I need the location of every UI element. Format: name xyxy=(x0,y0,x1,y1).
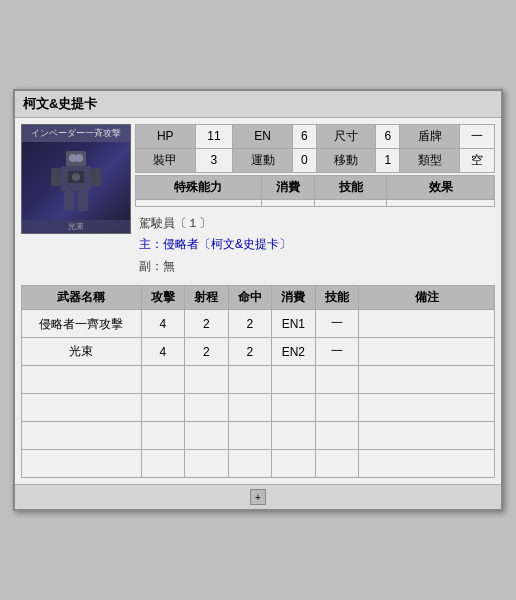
svg-rect-2 xyxy=(51,168,61,186)
weapon-skill-5 xyxy=(315,450,358,478)
en-label: EN xyxy=(233,124,293,148)
weapon-note-3 xyxy=(359,394,495,422)
weapon-header-cost: 消費 xyxy=(272,286,315,310)
mobility-value: 1 xyxy=(376,148,400,172)
weapon-tbody: 侵略者一齊攻擊422EN1一光束422EN2一 xyxy=(22,310,495,478)
weapon-skill-0: 一 xyxy=(315,310,358,338)
weapon-hit-4 xyxy=(228,422,271,450)
driver-info: 駕駛員〔１〕 xyxy=(139,213,491,235)
weapon-note-1 xyxy=(359,338,495,366)
weapon-hit-5 xyxy=(228,450,271,478)
weapon-row-3 xyxy=(22,394,495,422)
weapon-name-4 xyxy=(22,422,142,450)
hp-label: HP xyxy=(136,124,196,148)
weapon-cost-0: EN1 xyxy=(272,310,315,338)
weapon-cost-3 xyxy=(272,394,315,422)
weapon-range-0: 2 xyxy=(185,310,228,338)
weapon-hit-3 xyxy=(228,394,271,422)
weapon-note-4 xyxy=(359,422,495,450)
main-pilot: 主：侵略者〔柯文&史提卡〕 xyxy=(139,234,491,256)
weapon-range-2 xyxy=(185,366,228,394)
weapon-skill-2 xyxy=(315,366,358,394)
weapon-attack-1: 4 xyxy=(141,338,184,366)
weapon-attack-4 xyxy=(141,422,184,450)
type-value: 空 xyxy=(460,148,495,172)
shield-label: 盾牌 xyxy=(400,124,460,148)
top-section: インベーダー一斉攻撃 xyxy=(21,124,495,282)
weapon-attack-0: 4 xyxy=(141,310,184,338)
svg-point-7 xyxy=(75,154,83,162)
weapon-header-skill: 技能 xyxy=(315,286,358,310)
weapon-note-2 xyxy=(359,366,495,394)
shield-value: 一 xyxy=(460,124,495,148)
weapon-name-1: 光束 xyxy=(22,338,142,366)
move-label: 運動 xyxy=(233,148,293,172)
sub-pilot: 副：無 xyxy=(139,256,491,278)
ability-row-1 xyxy=(136,199,495,206)
title-bar: 柯文&史提卡 xyxy=(15,91,501,118)
weapon-name-0: 侵略者一齊攻擊 xyxy=(22,310,142,338)
weapon-cost-5 xyxy=(272,450,315,478)
weapon-range-3 xyxy=(185,394,228,422)
weapon-row-0: 侵略者一齊攻擊422EN1一 xyxy=(22,310,495,338)
ability-skill-1 xyxy=(315,199,387,206)
pilot-section: 駕駛員〔１〕 主：侵略者〔柯文&史提卡〕 副：無 xyxy=(135,209,495,282)
hp-value: 11 xyxy=(195,124,233,148)
ability-name-1 xyxy=(136,199,262,206)
weapon-range-1: 2 xyxy=(185,338,228,366)
weapon-cost-4 xyxy=(272,422,315,450)
weapon-row-1: 光束422EN2一 xyxy=(22,338,495,366)
weapon-cost-1: EN2 xyxy=(272,338,315,366)
svg-rect-3 xyxy=(91,168,101,186)
weapon-hit-0: 2 xyxy=(228,310,271,338)
weapon-skill-4 xyxy=(315,422,358,450)
weapon-attack-2 xyxy=(141,366,184,394)
armor-label: 裝甲 xyxy=(136,148,196,172)
en-value: 6 xyxy=(292,124,316,148)
weapon-range-4 xyxy=(185,422,228,450)
weapon-header-name: 武器名稱 xyxy=(22,286,142,310)
weapon-row-2 xyxy=(22,366,495,394)
size-value: 6 xyxy=(376,124,400,148)
armor-value: 3 xyxy=(195,148,233,172)
card-image-title: インベーダー一斉攻撃 xyxy=(22,125,130,142)
ability-header-name: 特殊能力 xyxy=(136,175,262,199)
weapon-skill-1: 一 xyxy=(315,338,358,366)
move-value: 0 xyxy=(292,148,316,172)
type-label: 類型 xyxy=(400,148,460,172)
weapon-header-range: 射程 xyxy=(185,286,228,310)
driver-label: 駕駛員〔１〕 xyxy=(139,216,211,230)
weapon-skill-3 xyxy=(315,394,358,422)
sub-label: 副：無 xyxy=(139,259,175,273)
weapon-hit-2 xyxy=(228,366,271,394)
card-image-body xyxy=(36,142,116,220)
main-label: 主：侵略者〔柯文&史提卡〕 xyxy=(139,237,291,251)
weapon-name-3 xyxy=(22,394,142,422)
weapon-name-5 xyxy=(22,450,142,478)
weapon-cost-2 xyxy=(272,366,315,394)
scroll-button[interactable]: + xyxy=(250,489,266,505)
ability-table: 特殊能力 消費 技能 效果 xyxy=(135,175,495,207)
ability-header-cost: 消費 xyxy=(261,175,315,199)
svg-point-9 xyxy=(72,173,80,181)
ability-cost-1 xyxy=(261,199,315,206)
ability-effect-1 xyxy=(387,199,495,206)
weapon-row-5 xyxy=(22,450,495,478)
main-window: 柯文&史提卡 インベーダー一斉攻撃 xyxy=(13,89,503,512)
svg-rect-5 xyxy=(78,191,88,211)
weapon-name-2 xyxy=(22,366,142,394)
weapon-header-attack: 攻擊 xyxy=(141,286,184,310)
ability-header-effect: 效果 xyxy=(387,175,495,199)
mobility-label: 移動 xyxy=(316,148,376,172)
content-area: インベーダー一斉攻撃 xyxy=(15,118,501,485)
weapon-row-4 xyxy=(22,422,495,450)
weapon-header-note: 備注 xyxy=(359,286,495,310)
ability-header-skill: 技能 xyxy=(315,175,387,199)
window-title: 柯文&史提卡 xyxy=(23,96,97,111)
weapon-header-hit: 命中 xyxy=(228,286,271,310)
weapon-hit-1: 2 xyxy=(228,338,271,366)
weapon-attack-5 xyxy=(141,450,184,478)
weapon-note-5 xyxy=(359,450,495,478)
size-label: 尺寸 xyxy=(316,124,376,148)
weapon-table: 武器名稱 攻擊 射程 命中 消費 技能 備注 侵略者一齊攻擊422EN1一光束4… xyxy=(21,285,495,478)
